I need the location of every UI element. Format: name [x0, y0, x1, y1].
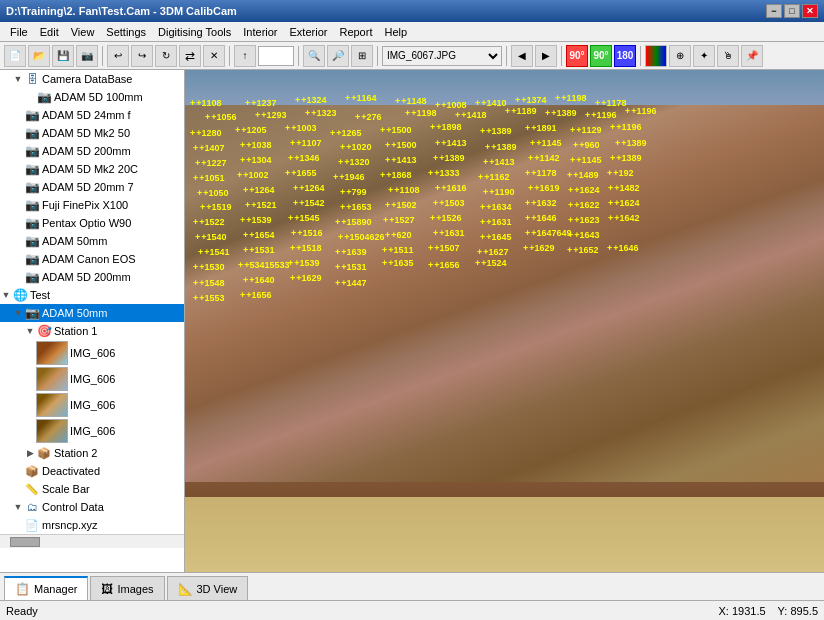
menu-settings[interactable]: Settings — [100, 24, 152, 40]
tree-item-cam11[interactable]: 📷 ADAM 5D 200mm — [0, 268, 184, 286]
maximize-button[interactable]: □ — [784, 4, 800, 18]
zoom-input[interactable]: 100 — [258, 46, 294, 66]
ground-area — [185, 497, 824, 572]
close-button[interactable]: ✕ — [802, 4, 818, 18]
minimize-button[interactable]: − — [766, 4, 782, 18]
tree-item-deactivated[interactable]: 📦 Deactivated — [0, 462, 184, 480]
tree-item-scalebar[interactable]: 📏 Scale Bar — [0, 480, 184, 498]
tool1-button[interactable]: ⊕ — [669, 45, 691, 67]
station1-label: Station 1 — [52, 325, 97, 337]
separator4 — [377, 46, 378, 66]
cam8-icon: 📷 — [24, 215, 40, 231]
menu-report[interactable]: Report — [333, 24, 378, 40]
up-arrow-button[interactable]: ↑ — [234, 45, 256, 67]
tree-item-img4[interactable]: IMG_606 — [0, 418, 184, 444]
tree-item-adam50[interactable]: ▼ 📷 ADAM 50mm — [0, 304, 184, 322]
cam6-icon: 📷 — [24, 179, 40, 195]
status-y: Y: 895.5 — [778, 605, 818, 617]
tree-item-cam3[interactable]: 📷 ADAM 5D Mk2 50 — [0, 124, 184, 142]
tree-item-img2[interactable]: IMG_606 — [0, 366, 184, 392]
separator2 — [229, 46, 230, 66]
tree-item-cam4[interactable]: 📷 ADAM 5D 200mm — [0, 142, 184, 160]
open-button[interactable]: 📂 — [28, 45, 50, 67]
cam3-icon: 📷 — [24, 125, 40, 141]
cam9-icon: 📷 — [24, 233, 40, 249]
menu-edit[interactable]: Edit — [34, 24, 65, 40]
expand-adam50[interactable]: ▼ — [12, 307, 24, 319]
tree-item-cam2[interactable]: 📷 ADAM 5D 24mm f — [0, 106, 184, 124]
tool4-button[interactable]: 📌 — [741, 45, 763, 67]
angle3-button[interactable]: 180 — [614, 45, 636, 67]
expand-station2[interactable]: ▶ — [24, 447, 36, 459]
tool2-button[interactable]: ✦ — [693, 45, 715, 67]
redo-button[interactable]: ↪ — [131, 45, 153, 67]
expand-camera-db[interactable]: ▼ — [12, 73, 24, 85]
menu-view[interactable]: View — [65, 24, 101, 40]
tree-item-cam5[interactable]: 📷 ADAM 5D Mk2 20C — [0, 160, 184, 178]
tree-item-test[interactable]: ▼ 🌐 Test — [0, 286, 184, 304]
next-image-button[interactable]: ▶ — [535, 45, 557, 67]
status-coords: X: 1931.5 Y: 895.5 — [718, 605, 818, 617]
tree-item-cam9[interactable]: 📷 ADAM 50mm — [0, 232, 184, 250]
tree-item-img1[interactable]: IMG_606 — [0, 340, 184, 366]
adam50-label: ADAM 50mm — [40, 307, 107, 319]
tree-item-station2[interactable]: ▶ 📦 Station 2 — [0, 444, 184, 462]
zoom-out-button[interactable]: 🔍 — [303, 45, 325, 67]
fit-button[interactable]: ⊞ — [351, 45, 373, 67]
tree-item-cam6[interactable]: 📷 ADAM 5D 20mm 7 — [0, 178, 184, 196]
expand-controldata[interactable]: ▼ — [12, 501, 24, 513]
title-bar: D:\Training\2. Fan\Test.Cam - 3DM CalibC… — [0, 0, 824, 22]
scrollbar-thumb[interactable] — [10, 537, 40, 547]
menu-file[interactable]: File — [4, 24, 34, 40]
flip-button[interactable]: ⇄ — [179, 45, 201, 67]
rotate-button[interactable]: ↻ — [155, 45, 177, 67]
image-selector[interactable]: IMG_6067.JPG — [382, 46, 502, 66]
camera-button[interactable]: 📷 — [76, 45, 98, 67]
cam7-label: Fuji FinePix X100 — [40, 199, 128, 211]
status-x: X: 1931.5 — [718, 605, 765, 617]
status-y-label: Y: — [778, 605, 788, 617]
angle2-button[interactable]: 90° — [590, 45, 612, 67]
tree-item-cam7[interactable]: 📷 Fuji FinePix X100 — [0, 196, 184, 214]
cross-button[interactable]: ✕ — [203, 45, 225, 67]
tab-manager[interactable]: 📋 Manager — [4, 576, 88, 600]
tool3-button[interactable]: 🖱 — [717, 45, 739, 67]
tree-item-controldata[interactable]: ▼ 🗂 Control Data — [0, 498, 184, 516]
expand-test[interactable]: ▼ — [0, 289, 12, 301]
menu-interior[interactable]: Interior — [237, 24, 283, 40]
menu-exterior[interactable]: Exterior — [284, 24, 334, 40]
angle1-button[interactable]: 90° — [566, 45, 588, 67]
menu-digitising[interactable]: Digitising Tools — [152, 24, 237, 40]
zoom-control: 100 — [258, 46, 294, 66]
tab-images[interactable]: 🖼 Images — [90, 576, 164, 600]
tree-item-controlfile[interactable]: 📄 mrsncp.xyz — [0, 516, 184, 534]
img4-thumb — [36, 419, 68, 443]
prev-image-button[interactable]: ◀ — [511, 45, 533, 67]
tree-item-cam8[interactable]: 📷 Pentax Optio W90 — [0, 214, 184, 232]
undo-button[interactable]: ↩ — [107, 45, 129, 67]
menu-help[interactable]: Help — [378, 24, 413, 40]
controlfile-label: mrsncp.xyz — [40, 519, 98, 531]
horizontal-scrollbar[interactable] — [0, 534, 184, 548]
zoom-in-button[interactable]: 🔎 — [327, 45, 349, 67]
separator6 — [561, 46, 562, 66]
tree-item-cam10[interactable]: 📷 ADAM Canon EOS — [0, 250, 184, 268]
controldata-icon: 🗂 — [24, 499, 40, 515]
tree-item-img3[interactable]: IMG_606 — [0, 392, 184, 418]
save-button[interactable]: 💾 — [52, 45, 74, 67]
controlfile-icon: 📄 — [24, 517, 40, 533]
scalebar-icon: 📏 — [24, 481, 40, 497]
tree-item-camera-database[interactable]: ▼ 🗄 Camera DataBase — [0, 70, 184, 88]
manager-tab-icon: 📋 — [15, 582, 30, 596]
status-ready: Ready — [6, 605, 38, 617]
tab-3dview[interactable]: 📐 3D View — [167, 576, 249, 600]
tree-item-station1[interactable]: ▼ 🎯 Station 1 — [0, 322, 184, 340]
cam1-label: ADAM 5D 100mm — [52, 91, 143, 103]
expand-station1[interactable]: ▼ — [24, 325, 36, 337]
new-button[interactable]: 📄 — [4, 45, 26, 67]
3dview-tab-icon: 📐 — [178, 582, 193, 596]
palette-button[interactable] — [645, 45, 667, 67]
image-area[interactable]: +1108+1237+1324+1164+1148+1008+1410+1374… — [185, 70, 824, 572]
tree-item-cam1[interactable]: 📷 ADAM 5D 100mm — [0, 88, 184, 106]
cam2-label: ADAM 5D 24mm f — [40, 109, 131, 121]
